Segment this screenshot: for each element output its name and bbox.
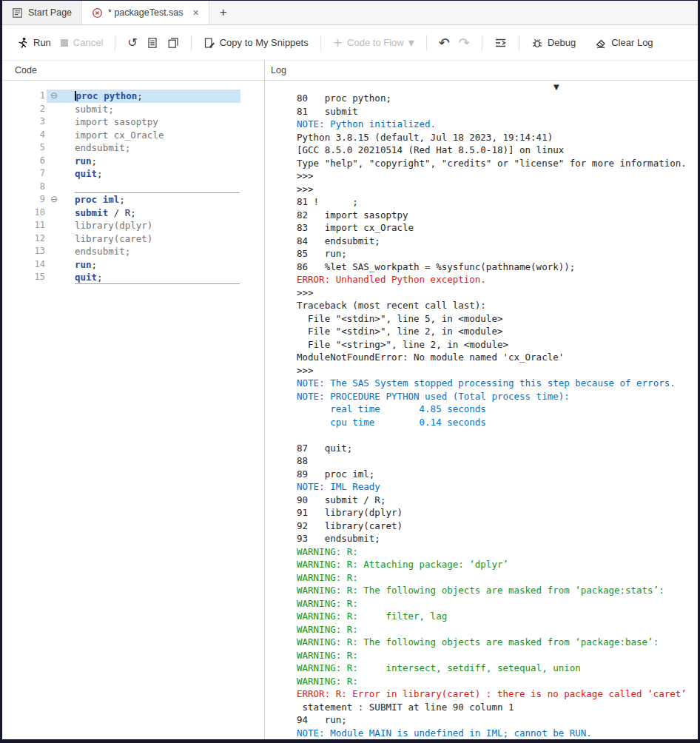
log-line: real time 4.85 seconds (297, 403, 695, 416)
log-line: ERROR: Unhandled Python exception. (297, 273, 695, 286)
code-to-flow-button[interactable]: + Code to Flow ▾ (329, 34, 419, 52)
code-line-9[interactable]: 9⊖proc iml; (2, 193, 264, 206)
log-line: 92 library(caret) (297, 520, 695, 533)
tab-packagetest[interactable]: * packageTest.sas × (82, 1, 209, 24)
log-line: File "<stdin>", line 2, in <module> (297, 325, 695, 338)
code-text: endsubmit; (63, 245, 130, 258)
code-line-15[interactable]: 15quit; (2, 271, 264, 284)
fold-gutter (45, 155, 63, 168)
fold-gutter (45, 115, 63, 129)
fold-gutter (45, 206, 63, 220)
log-line: WARNING: R: intersect, setdiff, setequal… (297, 662, 695, 675)
code-line-6[interactable]: 6run; (2, 155, 264, 168)
code-line-7[interactable]: 7quit; (2, 167, 264, 181)
submission-history-button[interactable]: ↺ (123, 34, 141, 52)
line-number: 13 (2, 245, 45, 258)
log-line: 86 %let SAS_workpath = %sysfunc(pathname… (297, 260, 695, 274)
code-line-11[interactable]: 11library(dplyr) (2, 219, 264, 232)
line-number: 15 (2, 271, 45, 284)
line-number: 14 (2, 258, 45, 272)
log-line: 84 endsubmit; (297, 235, 695, 248)
cancel-button[interactable]: Cancel (55, 34, 107, 51)
code-text: quit; (63, 167, 103, 181)
line-number: 1 (2, 90, 45, 103)
debug-button[interactable]: Debug (527, 34, 580, 52)
log-line: File "<string>", line 2, in <module> (297, 338, 695, 352)
code-line-8[interactable]: 8 (2, 181, 264, 194)
history-icon: ↺ (127, 37, 137, 49)
code-line-12[interactable]: 12library(caret) (2, 232, 264, 246)
code-text: submit; (63, 103, 114, 116)
code-line-10[interactable]: 10submit / R; (2, 206, 264, 220)
redo-button[interactable]: ↷ (454, 33, 474, 53)
format-code-button[interactable] (490, 34, 511, 52)
log-line (297, 428, 695, 442)
log-line: 81 ! ; (297, 195, 695, 209)
log-line: 93 endsubmit; (297, 532, 695, 545)
debug-label: Debug (548, 37, 576, 48)
close-tab-icon[interactable]: × (193, 7, 199, 18)
code-line-1[interactable]: 1⊖proc python; (2, 90, 264, 103)
log-line: WARNING: R: (297, 571, 695, 585)
code-editor[interactable]: 1⊖proc python;2submit;3import sasoptpy4i… (2, 81, 264, 739)
line-number: 5 (2, 141, 45, 155)
fold-toggle-icon[interactable]: ⊖ (45, 90, 63, 103)
log-line: ERROR: R: Error in library(caret) : ther… (297, 687, 695, 701)
tab-start-page[interactable]: Start Page (2, 1, 82, 24)
copy-to-snippets-label: Copy to My Snippets (220, 37, 309, 48)
log-line: WARNING: R: (297, 597, 695, 611)
debug-bug-icon (531, 37, 543, 49)
log-viewer[interactable]: ▼ 80 proc python;81 submitNOTE: Python i… (265, 81, 698, 739)
code-line-3[interactable]: 3import sasoptpy (2, 115, 264, 129)
log-line: WARNING: R: (297, 649, 695, 662)
clear-log-eraser-icon (595, 37, 607, 49)
error-status-icon (92, 7, 103, 19)
new-tab-button[interactable]: + (209, 1, 238, 24)
clear-log-label: Clear Log (611, 37, 653, 48)
log-line: WARNING: R: filter, lag (297, 610, 695, 623)
snippets-icon (203, 37, 215, 49)
code-line-2[interactable]: 2submit; (2, 103, 264, 116)
fold-gutter (45, 258, 63, 272)
log-line: Python 3.8.15 (default, Jul 18 2023, 19:… (297, 131, 695, 144)
code-line-13[interactable]: 13endsubmit; (2, 245, 264, 258)
log-line: 81 submit (297, 105, 695, 118)
undo-button[interactable]: ↶ (434, 33, 454, 53)
tab-label: Start Page (28, 7, 72, 18)
line-number: 9 (2, 193, 45, 206)
fold-gutter (45, 181, 63, 194)
log-line: 91 library(dplyr) (297, 506, 695, 520)
line-number: 7 (2, 167, 45, 181)
log-line: WARNING: R: The following objects are ma… (297, 636, 695, 649)
log-line: >>> (297, 169, 695, 183)
log-line: NOTE: The SAS System stopped processing … (297, 377, 695, 390)
copy-document-button[interactable] (163, 34, 184, 52)
copy-pages-icon (167, 37, 179, 49)
code-text: run; (63, 155, 97, 168)
copy-to-snippets-button[interactable]: Copy to My Snippets (199, 34, 313, 52)
line-number: 4 (2, 129, 45, 142)
log-line: 88 (297, 454, 695, 468)
toolbar-separator (191, 35, 192, 51)
toolbar-separator (519, 35, 519, 51)
line-number: 2 (2, 103, 45, 116)
code-text: quit; (63, 271, 103, 284)
code-line-5[interactable]: 5endsubmit; (2, 141, 264, 155)
fold-gutter (45, 271, 63, 284)
code-line-4[interactable]: 4import cx_Oracle (2, 129, 264, 142)
run-button[interactable]: Run (13, 34, 55, 52)
code-panel-title: Code (15, 65, 37, 75)
log-line: 90 submit / R; (297, 494, 695, 507)
toolbar-separator (320, 35, 321, 51)
document-lines-icon (147, 37, 158, 49)
log-line: 85 run; (297, 247, 695, 260)
log-line: Type "help", "copyright", "credits" or "… (297, 157, 695, 170)
log-line: WARNING: R: (297, 545, 695, 559)
log-line: WARNING: R: Attaching package: ‘dplyr’ (297, 558, 695, 571)
clear-log-button[interactable]: Clear Log (590, 34, 657, 52)
program-summary-button[interactable] (142, 34, 163, 52)
log-line: WARNING: R: (297, 623, 695, 636)
code-line-14[interactable]: 14run; (2, 258, 264, 272)
fold-gutter (45, 232, 63, 246)
fold-toggle-icon[interactable]: ⊖ (45, 193, 63, 206)
